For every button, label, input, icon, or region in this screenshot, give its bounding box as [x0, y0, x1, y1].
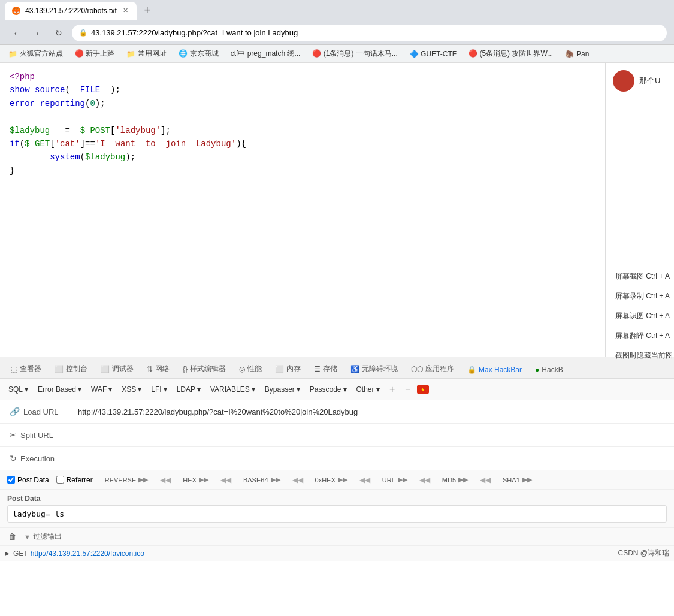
devtools-tab-memory[interactable]: ⬜ 内存: [269, 360, 307, 379]
devtools-tab-hackb[interactable]: ● HackB: [529, 362, 569, 379]
network-method: GET: [13, 549, 28, 558]
devtools-tab-console[interactable]: ⬜ 控制台: [49, 360, 93, 379]
hackbar-xss-menu[interactable]: XSS ▾: [118, 384, 145, 395]
url-encode-button[interactable]: URL ▶▶: [377, 474, 412, 485]
0xhex-button[interactable]: 0xHEX ▶▶: [310, 474, 352, 485]
memory-label: 内存: [286, 364, 301, 374]
devtools-tab-performance[interactable]: ◎ 性能: [233, 360, 268, 379]
lfi-arrow: ▾: [164, 385, 167, 394]
code-line: system($ladybug);: [10, 150, 664, 164]
memory-icon: ⬜: [275, 365, 284, 373]
inspector-icon: ⬚: [11, 365, 17, 373]
hex-button[interactable]: HEX ▶▶: [178, 474, 213, 485]
passcode-label: Passcode: [310, 385, 341, 394]
sha1-left-arrow: ◀◀: [480, 476, 491, 484]
devtools-tab-debugger[interactable]: ⬜ 调试器: [95, 360, 140, 379]
filter-icon[interactable]: 🗑: [5, 530, 19, 544]
reverse-button[interactable]: REVERSE ▶▶: [100, 474, 153, 485]
hackbar-errorbased-menu[interactable]: Error Based ▾: [34, 384, 85, 395]
split-url-button[interactable]: ✂ Split URL: [5, 428, 71, 442]
bookmark-item[interactable]: 🔴 (1条消息) 一句话木马...: [309, 47, 401, 60]
bookmark-item[interactable]: 🔷 GUET-CTF: [406, 49, 460, 59]
devtools-tab-app[interactable]: ⬡⬡ 应用程序: [405, 360, 460, 379]
split-url-label: Split URL: [20, 431, 53, 440]
address-input[interactable]: 🔒 43.139.21.57:2220/ladybug.php/?cat=I w…: [72, 25, 667, 41]
variables-arrow: ▾: [252, 385, 255, 394]
bookmarks-bar: 📁 火狐官方站点 🔴 新手上路 📁 常用网址 🌐 京东商城 ctf中 preg_…: [0, 45, 674, 63]
post-data-section-label: Post Data: [7, 494, 667, 503]
errorbased-label: Error Based: [38, 385, 76, 394]
load-url-input[interactable]: [75, 405, 669, 419]
address-text: 43.139.21.57:2220/ladybug.php/?cat=I wan…: [91, 28, 298, 37]
style-editor-label: 样式编辑器: [190, 364, 226, 374]
accessibility-label: 无障碍环境: [362, 364, 398, 374]
storage-icon: ☰: [314, 365, 321, 373]
hackbar-lfi-menu[interactable]: LFI ▾: [147, 384, 170, 395]
bookmark-item[interactable]: 📁 火狐官方站点: [5, 47, 67, 60]
ldap-label: LDAP: [177, 385, 195, 394]
hackbar-other-menu[interactable]: Other ▾: [353, 384, 383, 395]
bookmark-item[interactable]: 🦣 Pan: [561, 49, 593, 59]
bookmark-item[interactable]: 🔴 新手上路: [71, 47, 118, 60]
post-data-checkbox[interactable]: [7, 476, 15, 484]
hackbar-add-button[interactable]: +: [386, 383, 399, 396]
hide-item[interactable]: 截图时隐藏当前图: [606, 346, 674, 366]
bookmark-item[interactable]: 🌐 京东商城: [175, 47, 222, 60]
devtools-tab-inspector[interactable]: ⬚ 查看器: [5, 360, 47, 379]
translate-item[interactable]: 屏幕翻译 Ctrl + A: [606, 326, 674, 346]
passcode-arrow: ▾: [343, 385, 347, 394]
referrer-checkbox-label[interactable]: Referrer: [56, 476, 93, 484]
network-url[interactable]: http://43.139.21.57:2220/favicon.ico: [31, 549, 144, 558]
filter-output-button[interactable]: ▼ 过滤输出: [24, 532, 62, 542]
back-button[interactable]: ‹: [7, 25, 24, 41]
screenshot-item[interactable]: 屏幕截图 Ctrl + A: [606, 267, 674, 286]
hackbar-passcode-menu[interactable]: Passcode ▾: [306, 384, 350, 395]
hackbar-waf-menu[interactable]: WAF ▾: [87, 384, 116, 395]
sha1-button[interactable]: SHA1 ▶▶: [498, 474, 537, 485]
md5-left-arrow: ◀◀: [419, 476, 430, 484]
hackbar-menu: SQL ▾ Error Based ▾ WAF ▾ XSS ▾ LFI ▾ LD…: [0, 379, 674, 400]
referrer-checkbox[interactable]: [56, 476, 64, 484]
new-tab-button[interactable]: +: [139, 2, 156, 19]
bookmark-item[interactable]: ctf中 preg_match 绕...: [227, 47, 304, 60]
security-icon: 🔒: [79, 29, 87, 37]
devtools-tab-style-editor[interactable]: {} 样式编辑器: [177, 360, 232, 379]
load-url-button[interactable]: 🔗 Load URL: [5, 404, 71, 419]
devtools-tab-storage[interactable]: ☰ 存储: [308, 360, 343, 379]
base64-button[interactable]: BASE64 ▶▶: [238, 474, 285, 485]
hackbar-label: Max HackBar: [479, 366, 522, 374]
forward-button[interactable]: ›: [29, 25, 46, 41]
post-data-input[interactable]: [7, 505, 667, 523]
post-data-label: Post Data: [17, 476, 49, 484]
record-item[interactable]: 屏幕录制 Ctrl + A: [606, 286, 674, 306]
execution-button[interactable]: ↻ Execution: [5, 451, 71, 466]
devtools-tab-accessibility[interactable]: ♿ 无障碍环境: [344, 360, 404, 379]
tab-bar: 🦊 43.139.21.57:2220/robots.txt ✕ +: [5, 2, 156, 20]
hackbar-bypasser-menu[interactable]: Bypasser ▾: [261, 384, 304, 395]
code-line: $ladybug = $_POST['ladybug'];: [10, 124, 664, 137]
waf-arrow: ▾: [108, 385, 112, 394]
hackbar-remove-button[interactable]: −: [401, 383, 415, 396]
devtools-tab-network[interactable]: ⇅ 网络: [141, 360, 176, 379]
recognize-item[interactable]: 屏幕识图 Ctrl + A: [606, 306, 674, 326]
post-data-checkbox-label[interactable]: Post Data: [7, 476, 49, 484]
bookmark-item[interactable]: 📁 常用网址: [123, 47, 170, 60]
refresh-button[interactable]: ↻: [50, 25, 67, 41]
sidebar-panel: 那个U 屏幕截图 Ctrl + A 屏幕录制 Ctrl + A 屏幕识图 Ctr…: [605, 63, 674, 357]
code-line: show_source(__FILE__);: [10, 83, 664, 96]
network-expand-arrow[interactable]: ▶: [5, 550, 10, 557]
hackb-label: HackB: [542, 366, 563, 374]
0xhex-arrow: ▶▶: [338, 476, 347, 484]
devtools-tab-hackbar[interactable]: 🔒 Max HackBar: [461, 362, 528, 379]
tab-close-button[interactable]: ✕: [122, 5, 129, 16]
sql-label: SQL: [8, 385, 23, 394]
hackbar-ldap-menu[interactable]: LDAP ▾: [173, 384, 204, 395]
active-tab[interactable]: 🦊 43.139.21.57:2220/robots.txt ✕: [5, 2, 137, 20]
avatar: [613, 70, 634, 92]
hackbar-variables-menu[interactable]: VARIABLES ▾: [207, 384, 259, 395]
hackbar-sql-menu[interactable]: SQL ▾: [5, 384, 32, 395]
md5-button[interactable]: MD5 ▶▶: [437, 474, 473, 485]
waf-label: WAF: [91, 385, 107, 394]
bookmark-item[interactable]: 🔴 (5条消息) 攻防世界W...: [465, 47, 557, 60]
url-panel: 🔗 Load URL ✂ Split URL ↻ Execution: [0, 400, 674, 470]
